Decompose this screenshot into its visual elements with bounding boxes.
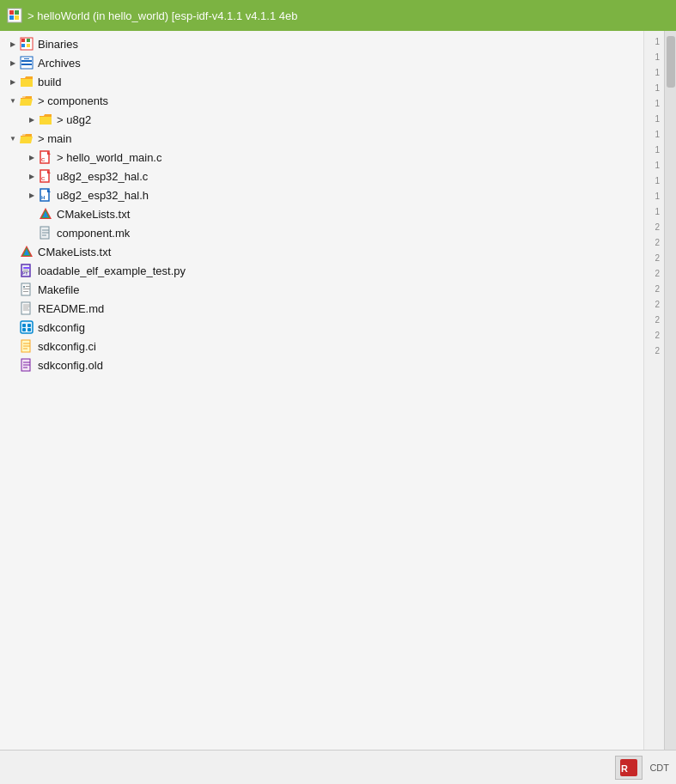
line-numbers: 111111111111222222222 — [643, 31, 664, 750]
svg-rect-13 — [24, 58, 29, 59]
line-number: 2 — [646, 328, 662, 343]
svg-rect-54 — [27, 328, 31, 331]
line-number: 2 — [646, 282, 662, 297]
tree-item-binaries[interactable]: ▶Binaries — [0, 34, 643, 53]
line-number: 2 — [646, 313, 662, 328]
tree-arrow-u8g2_esp32_hal_c[interactable]: ▶ — [26, 170, 38, 182]
tree-arrow-sdkconfig_old[interactable] — [7, 359, 19, 371]
line-number: 1 — [646, 127, 662, 143]
tree-arrow-readme[interactable] — [7, 302, 19, 314]
tree-label-u8g2_esp32_hal_h: u8g2_esp32_hal.h — [57, 189, 149, 202]
tree-item-u8g2_esp32_hal_c[interactable]: ▶Cu8g2_esp32_hal.c — [0, 167, 643, 185]
svg-rect-38 — [23, 270, 28, 270]
tree-item-u8g2[interactable]: ▶> u8g2 — [0, 110, 643, 129]
tree-item-build[interactable]: ▶build — [0, 72, 643, 91]
tree-arrow-cmakelists_root[interactable] — [7, 246, 19, 258]
file-icon-sdkconfig_old — [19, 357, 34, 373]
tree-arrow-sdkconfig_ci[interactable] — [7, 340, 19, 352]
file-icon-readme — [19, 301, 34, 316]
tree-arrow-main[interactable]: ▼ — [7, 132, 19, 144]
svg-rect-41 — [23, 286, 25, 288]
svg-rect-51 — [22, 324, 26, 327]
tree-arrow-component_mk[interactable] — [26, 227, 38, 239]
svg-rect-14 — [22, 96, 26, 99]
tree-arrow-cmakelists_inner[interactable] — [26, 208, 38, 220]
line-number: 1 — [646, 96, 662, 112]
svg-text:H: H — [41, 195, 45, 200]
tree-arrow-sdkconfig[interactable] — [7, 321, 19, 333]
tree-item-component_mk[interactable]: component.mk — [0, 223, 643, 242]
tree-item-sdkconfig_ci[interactable]: sdkconfig.ci — [0, 337, 643, 356]
tree-arrow-u8g2_esp32_hal_h[interactable]: ▶ — [26, 189, 38, 201]
tree-label-component_mk: component.mk — [57, 227, 130, 240]
svg-rect-42 — [26, 286, 30, 287]
tree-item-hello_world_main[interactable]: ▶C> hello_world_main.c — [0, 148, 643, 167]
file-icon-main — [19, 131, 34, 146]
tree-label-u8g2_esp32_hal_c: u8g2_esp32_hal.c — [57, 170, 148, 183]
tree-item-cmakelists_root[interactable]: CMakeLists.txt — [0, 242, 643, 261]
main-content: ▶Binaries▶Archives▶build▼> components▶> … — [0, 31, 676, 750]
tree-arrow-components[interactable]: ▼ — [7, 94, 19, 106]
tree-label-sdkconfig_old: sdkconfig.old — [38, 359, 103, 372]
cdt-button[interactable]: R — [615, 756, 643, 780]
tree-item-components[interactable]: ▼> components — [0, 91, 643, 110]
svg-rect-15 — [22, 134, 26, 137]
svg-rect-12 — [21, 64, 32, 65]
tree-arrow-build[interactable]: ▶ — [7, 76, 19, 88]
file-icon-cmakelists_inner — [38, 206, 53, 222]
svg-rect-53 — [22, 328, 26, 331]
file-icon-sdkconfig_ci — [19, 338, 34, 354]
svg-rect-43 — [23, 289, 30, 289]
line-number: 1 — [646, 143, 662, 158]
line-number: 2 — [646, 235, 662, 251]
tree-label-build: build — [38, 76, 61, 88]
tree-label-loadable_elf: loadable_elf_example_test.py — [38, 264, 186, 277]
tree-item-sdkconfig[interactable]: sdkconfig — [0, 318, 643, 337]
tree-label-sdkconfig: sdkconfig — [38, 321, 85, 334]
tree-arrow-archives[interactable]: ▶ — [7, 57, 19, 69]
tree-item-sdkconfig_old[interactable]: sdkconfig.old — [0, 356, 643, 374]
line-number: 1 — [646, 189, 662, 204]
svg-rect-37 — [23, 267, 30, 269]
svg-text:R: R — [621, 763, 628, 774]
header-project-icon — [7, 8, 22, 23]
tree-label-readme: README.md — [38, 302, 104, 315]
header-title: > helloWorld (in hello_world) [esp-idf-v… — [27, 9, 297, 22]
tree-item-readme[interactable]: README.md — [0, 299, 643, 318]
line-number: 2 — [646, 251, 662, 266]
svg-text:C: C — [41, 157, 46, 162]
tree-item-u8g2_esp32_hal_h[interactable]: ▶Hu8g2_esp32_hal.h — [0, 185, 643, 204]
tree-item-loadable_elf[interactable]: PYloadable_elf_example_test.py — [0, 261, 643, 280]
file-icon-cmakelists_root — [19, 244, 34, 259]
tree-label-main: > main — [38, 132, 71, 145]
scrollbar-right[interactable] — [664, 31, 676, 750]
file-icon-loadable_elf: PY — [19, 263, 34, 278]
file-icon-sdkconfig — [19, 319, 34, 335]
tree-item-archives[interactable]: ▶Archives — [0, 53, 643, 72]
bottom-bar: R CDT — [0, 750, 676, 784]
tree-arrow-hello_world_main[interactable]: ▶ — [26, 151, 38, 163]
tree-item-main[interactable]: ▼> main — [0, 129, 643, 148]
tree-item-cmakelists_inner[interactable]: CMakeLists.txt — [0, 204, 643, 223]
file-icon-u8g2_esp32_hal_c: C — [38, 168, 53, 184]
tree-arrow-makefile[interactable] — [7, 283, 19, 295]
tree-panel[interactable]: ▶Binaries▶Archives▶build▼> components▶> … — [0, 31, 643, 750]
tree-arrow-binaries[interactable]: ▶ — [7, 38, 19, 50]
line-number: 2 — [646, 266, 662, 282]
svg-rect-1 — [9, 10, 14, 15]
tree-item-makefile[interactable]: Makefile — [0, 280, 643, 299]
file-icon-makefile — [19, 282, 34, 297]
file-icon-u8g2_esp32_hal_h: H — [38, 187, 53, 203]
tree-label-makefile: Makefile — [38, 283, 79, 296]
line-number: 2 — [646, 220, 662, 235]
tree-arrow-u8g2[interactable]: ▶ — [26, 113, 38, 125]
svg-rect-50 — [21, 321, 33, 333]
svg-rect-8 — [21, 44, 25, 47]
svg-rect-11 — [21, 60, 32, 62]
line-number: 2 — [646, 343, 662, 359]
file-icon-component_mk — [38, 225, 53, 240]
svg-rect-44 — [23, 291, 28, 292]
line-number: 1 — [646, 173, 662, 189]
tree-arrow-loadable_elf[interactable] — [7, 264, 19, 277]
svg-rect-52 — [27, 324, 31, 327]
